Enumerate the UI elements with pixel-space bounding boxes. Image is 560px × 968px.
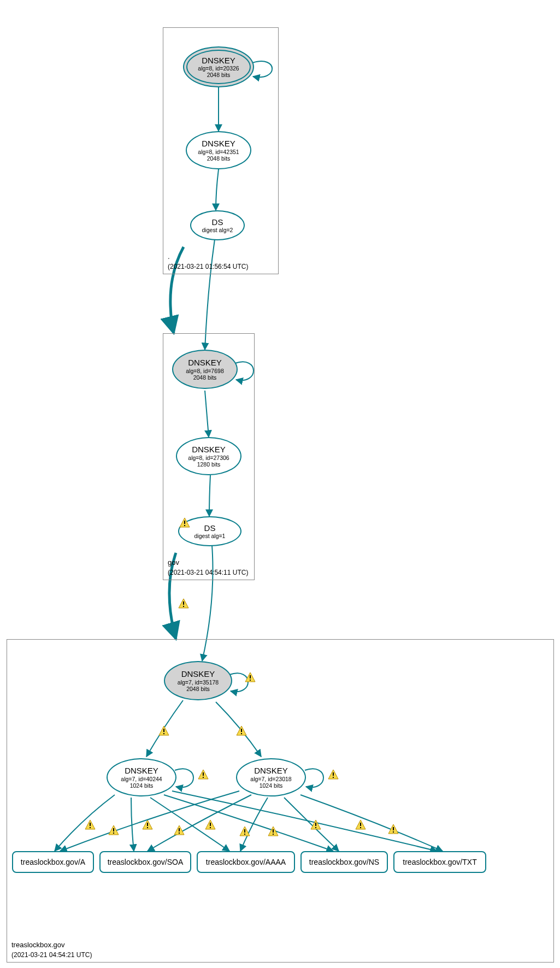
- node-title: DNSKEY: [192, 445, 226, 454]
- node-sub1: alg=8, id=42351: [198, 149, 239, 155]
- node-gov-zsk: DNSKEY alg=8, id=27306 1280 bits: [176, 437, 241, 475]
- rrset-ns: treaslockbox.gov/NS: [300, 851, 388, 873]
- zone-gov-time: (2021-03-21 04:54:11 UTC): [168, 569, 248, 576]
- node-sub1: digest alg=2: [202, 227, 233, 233]
- node-root-zsk: DNSKEY alg=8, id=42351 2048 bits: [186, 131, 251, 169]
- node-title: DS: [212, 217, 223, 227]
- node-sub1: alg=7, id=35178: [178, 679, 219, 686]
- zone-root-label: .: [168, 252, 170, 261]
- node-title: DNSKEY: [202, 139, 235, 148]
- zone-root-time: (2021-03-21 01:56:54 UTC): [168, 263, 248, 270]
- rrset-a: treaslockbox.gov/A: [12, 851, 94, 873]
- node-leaf-zsk2: DNSKEY alg=7, id=23018 1024 bits: [236, 758, 306, 796]
- zone-leaf-label: treaslockbox.gov: [11, 941, 65, 949]
- node-title: DNSKEY: [202, 56, 235, 65]
- zone-leaf: treaslockbox.gov (2021-03-21 04:54:21 UT…: [7, 639, 554, 963]
- rrset-txt: treaslockbox.gov/TXT: [393, 851, 486, 873]
- node-sub2: 2048 bits: [186, 686, 210, 692]
- node-sub2: 1024 bits: [130, 782, 154, 789]
- node-sub2: 1024 bits: [260, 782, 283, 789]
- warning-icon: [179, 517, 190, 528]
- node-root-ksk: DNSKEY alg=8, id=20326 2048 bits: [183, 46, 254, 87]
- node-root-ds: DS digest alg=2: [190, 210, 245, 240]
- node-gov-ksk: DNSKEY alg=8, id=7698 2048 bits: [172, 350, 238, 389]
- rrset-aaaa: treaslockbox.gov/AAAA: [197, 851, 295, 873]
- node-sub2: 2048 bits: [207, 72, 231, 78]
- node-sub2: 2048 bits: [193, 374, 217, 381]
- node-title: DNSKEY: [181, 669, 215, 678]
- node-sub1: alg=8, id=27306: [188, 455, 229, 461]
- node-sub2: 2048 bits: [207, 155, 231, 162]
- rrset-soa: treaslockbox.gov/SOA: [99, 851, 191, 873]
- node-gov-ds: DS digest alg=1: [178, 516, 241, 546]
- node-sub1: alg=8, id=20326: [198, 65, 239, 72]
- node-sub1: digest alg=1: [194, 533, 226, 539]
- node-sub1: alg=7, id=23018: [250, 776, 291, 782]
- zone-leaf-time: (2021-03-21 04:54:21 UTC): [11, 951, 92, 959]
- node-title: DNSKEY: [254, 766, 288, 775]
- node-sub1: alg=7, id=40244: [121, 776, 162, 782]
- node-title: DNSKEY: [188, 358, 222, 367]
- zone-gov-label: gov: [168, 558, 179, 566]
- node-leaf-ksk: DNSKEY alg=7, id=35178 2048 bits: [164, 661, 232, 700]
- node-sub1: alg=8, id=7698: [186, 368, 223, 374]
- node-sub2: 1280 bits: [197, 461, 221, 468]
- node-title: DNSKEY: [125, 766, 158, 775]
- node-leaf-zsk1: DNSKEY alg=7, id=40244 1024 bits: [107, 758, 176, 796]
- node-title: DS: [204, 523, 216, 533]
